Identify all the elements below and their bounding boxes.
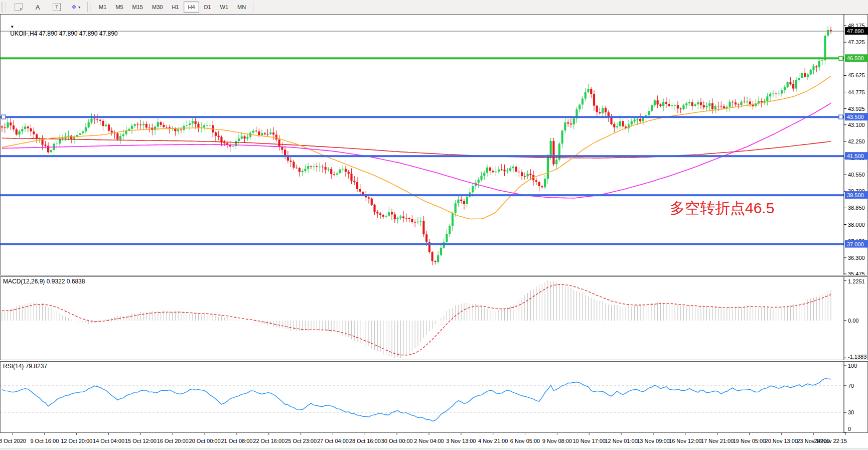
- timeframe-mn[interactable]: MN: [233, 2, 250, 13]
- candle: [810, 69, 812, 75]
- level-handle[interactable]: [2, 115, 6, 119]
- shapes-dropdown-button[interactable]: ❖ ▾: [67, 1, 85, 13]
- time-label: 10 Nov 17:00: [573, 438, 606, 444]
- toolbar: F A T ❖ ▾ M1M5M15M30H1H4D1W1MN: [0, 0, 868, 15]
- timeframe-d1[interactable]: D1: [200, 2, 215, 13]
- text-a-icon: A: [36, 4, 40, 11]
- time-label: 13 Nov 09:00: [637, 438, 669, 444]
- rsi-svg[interactable]: 10070300: [0, 361, 868, 433]
- symbol-dropdown-icon[interactable]: ▼: [10, 25, 14, 29]
- level-line-37.000[interactable]: [0, 243, 844, 245]
- time-label: 3 Nov 13:00: [446, 438, 476, 444]
- template-f-icon: F: [15, 4, 23, 11]
- time-label: 4 Nov 21:00: [478, 438, 508, 444]
- time-label: 2 Nov 04:00: [414, 438, 444, 444]
- svg-text:35.475: 35.475: [848, 271, 865, 275]
- level-badge-41.500: 41.500: [845, 152, 868, 160]
- time-label: 8 Oct 2020: [0, 438, 26, 444]
- chart-scroll-strip[interactable]: [0, 448, 868, 450]
- chevron-down-icon: ▾: [78, 5, 80, 10]
- time-label: 30 Oct 00:00: [381, 438, 413, 444]
- svg-text:100: 100: [848, 363, 857, 369]
- candle: [116, 132, 118, 140]
- svg-text:39.500: 39.500: [847, 192, 864, 198]
- svg-text:43.100: 43.100: [848, 122, 865, 128]
- time-label: 9 Nov 08:00: [542, 438, 572, 444]
- svg-text:42.250: 42.250: [848, 138, 865, 144]
- svg-text:46.500: 46.500: [847, 55, 864, 61]
- main-chart-svg[interactable]: 48.17547.32545.62544.77543.92543.10042.2…: [0, 14, 868, 275]
- time-label: 25 Oct 23:00: [285, 438, 317, 444]
- time-label: 19 Nov 05:00: [733, 438, 766, 444]
- level-handle[interactable]: [839, 56, 843, 60]
- textbox-t-icon: T: [53, 4, 61, 11]
- chart-annotation[interactable]: 多空转折点46.5: [670, 198, 774, 219]
- time-label: 27 Oct 04:00: [317, 438, 349, 444]
- svg-text:0: 0: [848, 426, 851, 432]
- time-label: 12 Nov 01:00: [605, 438, 637, 444]
- svg-text:38.000: 38.000: [848, 222, 865, 228]
- bid-price-badge: 47.890: [845, 27, 868, 35]
- svg-text:70: 70: [848, 383, 854, 389]
- timeframe-w1[interactable]: W1: [216, 2, 233, 13]
- toolbar-grip[interactable]: [2, 3, 6, 12]
- time-label: 28 Oct 16:00: [349, 438, 381, 444]
- candle: [824, 33, 826, 65]
- symbol-title-text: UKOil-,H4 47.890 47.890 47.890 47.890: [10, 30, 117, 37]
- svg-text:47.325: 47.325: [848, 39, 865, 45]
- svg-text:41.500: 41.500: [847, 153, 864, 159]
- svg-text:38.850: 38.850: [848, 205, 865, 211]
- timeframe-m30[interactable]: M30: [148, 2, 167, 13]
- timeframe-h4[interactable]: H4: [184, 2, 199, 13]
- level-badge-39.500: 39.500: [845, 191, 868, 199]
- rsi-panel: 10070300 RSI(14) 79.8237: [0, 361, 868, 433]
- toolbar-grip-2[interactable]: [87, 3, 91, 12]
- candle: [558, 142, 560, 162]
- svg-text:-1.1383: -1.1383: [848, 354, 866, 360]
- candle: [552, 138, 554, 167]
- svg-text:37.000: 37.000: [847, 241, 864, 247]
- time-axis-svg: 8 Oct 20209 Oct 16:0012 Oct 20:0014 Oct …: [0, 433, 868, 448]
- macd-svg[interactable]: 1.22510.00-1.1383: [0, 276, 868, 360]
- shapes-icon: ❖: [71, 4, 77, 11]
- candle: [787, 82, 789, 88]
- time-label: 20 Oct 00:00: [189, 438, 221, 444]
- svg-text:0.00: 0.00: [848, 318, 858, 324]
- macd-label: MACD(12,26,9) 0.9322 0.6838: [3, 278, 85, 285]
- svg-text:45.625: 45.625: [848, 72, 865, 78]
- level-line-39.500[interactable]: [0, 194, 844, 196]
- svg-text:40.550: 40.550: [848, 172, 865, 178]
- svg-text:43.500: 43.500: [847, 114, 864, 120]
- time-label: 6 Nov 05:00: [510, 438, 540, 444]
- time-label: 16 Oct 20:00: [157, 438, 189, 444]
- macd-panel: 1.22510.00-1.1383 MACD(12,26,9) 0.9322 0…: [0, 276, 868, 360]
- rsi-label: RSI(14) 79.8237: [3, 363, 47, 370]
- svg-text:1.2251: 1.2251: [848, 278, 865, 284]
- template-f-button[interactable]: F: [10, 1, 28, 13]
- svg-text:30: 30: [848, 409, 854, 415]
- time-label: 21 Oct 08:00: [221, 438, 252, 444]
- level-badge-46.500: 46.500: [845, 54, 868, 62]
- time-label: 16 Nov 12:00: [669, 438, 701, 444]
- time-label: 9 Oct 16:00: [30, 438, 59, 444]
- timeframe-h1[interactable]: H1: [168, 2, 183, 13]
- main-chart-panel: 48.17547.32545.62544.77543.92543.10042.2…: [0, 14, 868, 275]
- level-handle[interactable]: [839, 115, 843, 119]
- timeframe-m15[interactable]: M15: [128, 2, 147, 13]
- level-line-41.500[interactable]: [0, 155, 844, 157]
- symbol-title: ▼ UKOil-,H4 47.890 47.890 47.890 47.890: [4, 16, 118, 44]
- time-label: 17 Nov 21:00: [701, 438, 734, 444]
- svg-text:36.300: 36.300: [848, 255, 865, 261]
- svg-text:43.925: 43.925: [848, 106, 865, 112]
- time-label: 20 Nov 13:00: [765, 438, 798, 444]
- timeframe-m1[interactable]: M1: [95, 2, 110, 13]
- time-label: 22 Oct 16:00: [253, 438, 284, 444]
- time-axis[interactable]: 8 Oct 20209 Oct 16:0012 Oct 20:0014 Oct …: [0, 433, 868, 448]
- time-label: 24 Nov 22:15: [814, 438, 847, 444]
- insert-text-button[interactable]: A: [29, 1, 47, 13]
- level-badge-43.500: 43.500: [845, 113, 868, 120]
- text-label-button[interactable]: T: [48, 1, 66, 13]
- timeframe-m5[interactable]: M5: [111, 2, 127, 13]
- time-label: 12 Oct 20:00: [61, 438, 92, 444]
- time-label: 15 Oct 12:00: [125, 438, 157, 444]
